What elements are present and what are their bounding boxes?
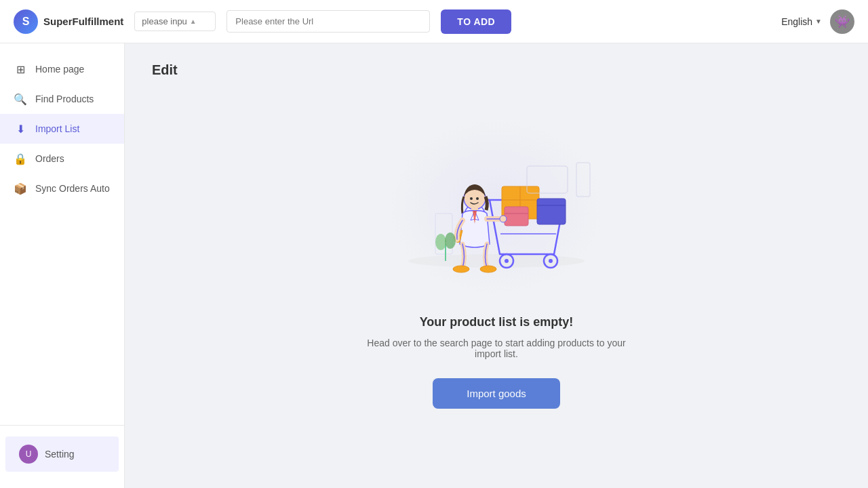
- svg-rect-12: [505, 207, 528, 226]
- language-chevron-icon: ▼: [815, 18, 822, 25]
- setting-label: Setting: [45, 449, 75, 460]
- to-add-button[interactable]: TO ADD: [441, 9, 511, 34]
- sidebar-item-find-products[interactable]: 🔍 Find Products: [0, 84, 124, 114]
- header-right: English ▼ 👾: [781, 9, 854, 34]
- sidebar: ⊞ Home page 🔍 Find Products ⬇ Import Lis…: [0, 43, 125, 488]
- svg-point-19: [500, 216, 507, 222]
- svg-point-5: [505, 259, 509, 263]
- import-goods-button[interactable]: Import goods: [433, 378, 560, 409]
- svg-rect-23: [576, 163, 590, 197]
- svg-point-16: [470, 197, 473, 200]
- svg-point-17: [476, 197, 479, 200]
- cart-illustration: [395, 125, 598, 288]
- sidebar-item-import-list-label: Import List: [35, 123, 79, 134]
- language-label: English: [781, 16, 812, 27]
- avatar[interactable]: 👾: [830, 9, 854, 34]
- logo-icon: S: [14, 9, 38, 34]
- empty-state-subtitle: Head over to the search page to start ad…: [361, 338, 632, 359]
- sidebar-bottom: U Setting: [0, 425, 124, 477]
- empty-state-title: Your product list is empty!: [420, 315, 574, 329]
- header: S SuperFulfillment please inpu ▲ TO ADD …: [0, 0, 868, 43]
- page-title: Edit: [152, 62, 178, 78]
- sidebar-item-find-products-label: Find Products: [35, 94, 94, 104]
- language-selector[interactable]: English ▼: [781, 16, 822, 27]
- svg-rect-10: [537, 199, 566, 224]
- sidebar-item-setting[interactable]: U Setting: [5, 436, 119, 472]
- svg-point-20: [453, 266, 469, 272]
- chevron-down-icon: ▲: [190, 18, 197, 25]
- svg-point-27: [445, 232, 456, 249]
- svg-point-26: [435, 234, 446, 250]
- logo-area: S SuperFulfillment: [14, 9, 123, 34]
- setting-avatar: U: [19, 445, 38, 464]
- sidebar-item-orders[interactable]: 🔒 Orders: [0, 144, 124, 174]
- main-layout: ⊞ Home page 🔍 Find Products ⬇ Import Lis…: [0, 43, 868, 488]
- empty-state: Your product list is empty! Head over to…: [152, 119, 841, 409]
- logo-text: SuperFulfillment: [43, 16, 123, 27]
- sidebar-item-home[interactable]: ⊞ Home page: [0, 54, 124, 84]
- home-icon: ⊞: [14, 62, 27, 76]
- import-icon: ⬇: [14, 122, 27, 136]
- sidebar-item-orders-label: Orders: [35, 153, 64, 164]
- url-input[interactable]: [226, 10, 430, 33]
- sidebar-item-import-list[interactable]: ⬇ Import List: [0, 114, 124, 144]
- svg-point-21: [480, 266, 496, 272]
- sidebar-item-home-label: Home page: [35, 64, 84, 75]
- illustration-container: [388, 119, 605, 295]
- search-icon: 🔍: [14, 92, 27, 106]
- orders-icon: 🔒: [14, 152, 27, 165]
- sync-icon: 📦: [14, 182, 27, 195]
- url-dropdown[interactable]: please inpu ▲: [134, 12, 216, 31]
- sidebar-item-sync-orders-label: Sync Orders Auto: [35, 183, 110, 194]
- svg-point-6: [549, 259, 553, 263]
- sidebar-item-sync-orders[interactable]: 📦 Sync Orders Auto: [0, 174, 124, 203]
- url-dropdown-value: please inpu: [142, 16, 187, 26]
- content-area: Edit: [125, 43, 868, 488]
